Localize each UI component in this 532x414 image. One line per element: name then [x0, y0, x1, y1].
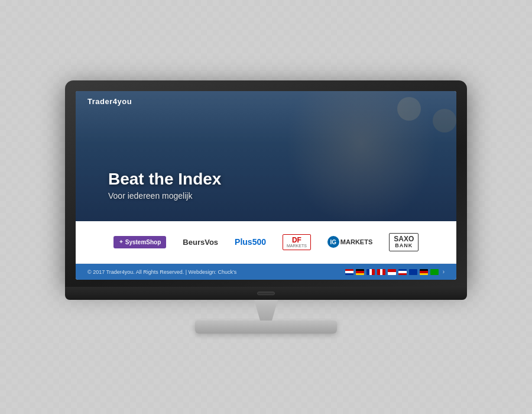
stand-base [195, 321, 337, 334]
partner-systemshop: ✦ SystemShop [113, 236, 167, 248]
flag-8 [420, 269, 428, 275]
flag-1 [345, 269, 353, 275]
monitor-wrapper: Trader4you Beat the Index Voor iedereen … [65, 80, 467, 334]
flag-7 [409, 269, 417, 275]
footer-flags: › [345, 269, 445, 275]
flag-2 [356, 269, 364, 275]
monitor-chin [65, 287, 467, 300]
flag-9 [430, 269, 439, 275]
monitor-power-button [257, 292, 275, 295]
partners-section: ✦ SystemShop BeursVos Plus500 DF MARKE [76, 221, 456, 264]
screen: Trader4you Beat the Index Voor iedereen … [76, 91, 456, 280]
flag-4 [377, 269, 385, 275]
footer-arrow: › [443, 269, 445, 275]
footer-copyright: © 2017 Trader4you. All Rights Reserved. … [87, 269, 236, 275]
partner-df-markets: DF MARKETS [283, 234, 311, 250]
partner-beursvos: BeursVos [183, 238, 218, 247]
hero-title: Beat the Index [108, 170, 221, 189]
partner-ig-markets: IG MARKETS [327, 236, 372, 248]
hero-subtitle: Voor iedereen mogelijk [108, 191, 221, 200]
hero-content: Beat the Index Voor iedereen mogelijk [108, 170, 221, 200]
stand-neck [236, 300, 296, 321]
site-logo: Trader4you [87, 97, 132, 106]
flag-5 [388, 269, 396, 275]
hero-overlay [76, 91, 456, 221]
partner-plus500: Plus500 [235, 237, 266, 247]
flag-3 [366, 269, 375, 275]
systemshop-icon: ✦ [119, 239, 124, 245]
systemshop-label: SystemShop [125, 239, 161, 245]
footer-section: © 2017 Trader4you. All Rights Reserved. … [76, 264, 456, 280]
monitor-body: Trader4you Beat the Index Voor iedereen … [65, 80, 467, 287]
partner-saxo-bank: SAXO BANK [389, 233, 419, 251]
hero-section: Trader4you Beat the Index Voor iedereen … [76, 91, 456, 221]
flag-6 [398, 269, 407, 275]
